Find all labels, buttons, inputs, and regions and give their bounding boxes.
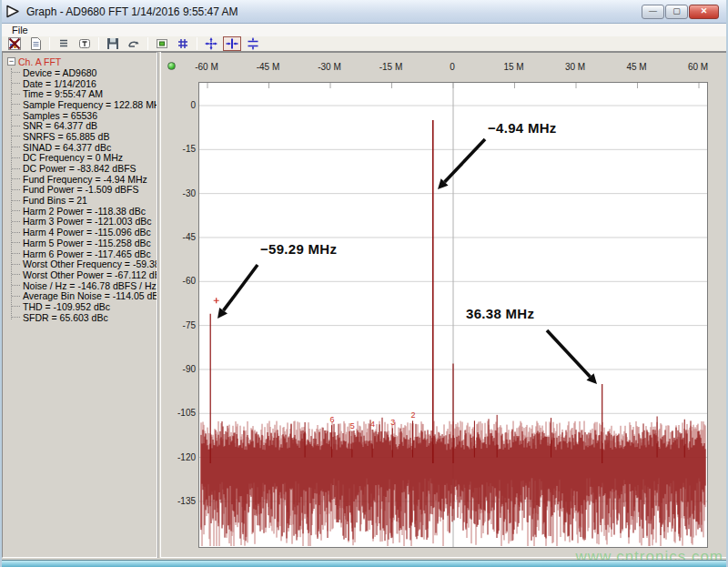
tree-item-label: Fund Power = -1.509 dBFS xyxy=(23,184,139,195)
fit-vertical-icon xyxy=(246,36,260,51)
export-icon xyxy=(126,36,141,51)
tree-guide-line xyxy=(11,68,12,319)
export-button[interactable] xyxy=(125,36,143,51)
tree-branch-line xyxy=(12,274,20,275)
tree-item[interactable]: Harm 5 Power = -115.258 dBc xyxy=(5,238,157,248)
maximize-button[interactable]: ▢ xyxy=(665,5,688,19)
results-tree-panel: −Ch. A FFTDevice = AD9680Date = 1/14/201… xyxy=(2,52,157,558)
tree-branch-line xyxy=(12,115,20,116)
autoscale-button[interactable] xyxy=(202,36,220,51)
tree-branch-line xyxy=(12,296,20,297)
minimize-button[interactable]: — xyxy=(642,5,664,19)
window-bottom-border xyxy=(0,560,728,567)
results-tree: −Ch. A FFTDevice = AD9680Date = 1/14/201… xyxy=(5,56,157,323)
tree-item[interactable]: Samples = 65536 xyxy=(5,110,157,121)
fft-plot-canvas[interactable]: 23456 xyxy=(199,83,707,547)
tree-item[interactable]: Harm 6 Power = -117.465 dBc xyxy=(5,248,157,259)
tree-item[interactable]: Harm 2 Power = -118.38 dBc xyxy=(5,206,157,217)
collapse-icon[interactable]: − xyxy=(7,57,15,66)
tree-branch-line xyxy=(12,136,20,137)
tree-item-label: SFDR = 65.603 dBc xyxy=(23,312,108,323)
tree-item-label: THD = -109.952 dBc xyxy=(23,301,110,312)
peak-annotation: −59.29 MHz xyxy=(260,241,337,257)
tree-branch-line xyxy=(12,253,20,254)
toolbar-separator xyxy=(98,37,99,50)
tree-item-label: Fund Bins = 21 xyxy=(23,195,87,206)
tree-item[interactable]: Date = 1/14/2016 xyxy=(5,78,157,89)
tree-branch-line xyxy=(12,178,20,179)
autoscale-icon xyxy=(204,36,218,51)
window-border xyxy=(0,0,2,567)
tree-item[interactable]: DC Frequency = 0 MHz xyxy=(5,153,157,164)
delete-graph-icon xyxy=(7,36,22,51)
tree-branch-line xyxy=(12,189,20,190)
tree-branch-line xyxy=(12,157,20,158)
tree-branch-line xyxy=(12,72,20,73)
tree-branch-line xyxy=(12,94,20,95)
y-tick-label: 0 xyxy=(163,100,196,110)
tree-item[interactable]: THD = -109.952 dBc xyxy=(5,301,157,312)
menu-file[interactable]: File xyxy=(8,25,32,35)
tree-branch-line xyxy=(12,126,20,127)
tree-item-label: SNRFS = 65.885 dB xyxy=(23,131,109,142)
tree-item-label: Harm 4 Power = -115.096 dBc xyxy=(23,227,151,238)
tree-item[interactable]: SINAD = 64.377 dBc xyxy=(5,142,157,153)
x-tick-label: -60 M xyxy=(195,62,218,73)
tree-item[interactable]: SNR = 64.377 dB xyxy=(5,120,157,131)
tree-item[interactable]: Time = 9:55:47 AM xyxy=(5,88,157,99)
tree-branch-line xyxy=(12,104,20,105)
x-tick-label: 45 M xyxy=(626,62,646,73)
x-tick-label: 15 M xyxy=(503,62,523,73)
tree-item-label: Worst Other Power = -67.112 dBFS xyxy=(23,269,157,280)
y-tick-label: -90 xyxy=(163,364,196,374)
tree-item[interactable]: Fund Power = -1.509 dBFS xyxy=(5,185,157,196)
tree-item-label: Noise / Hz = -146.78 dBFS / Hz xyxy=(23,280,157,291)
tree-item[interactable]: SFDR = 65.603 dBc xyxy=(5,312,157,323)
delete-graph-button[interactable] xyxy=(5,36,24,51)
tree-item[interactable]: Worst Other Power = -67.112 dBFS xyxy=(5,269,157,280)
tree-item[interactable]: DC Power = -83.842 dBFS xyxy=(5,163,157,174)
x-tick-label: 60 M xyxy=(688,62,708,73)
tree-item-label: Time = 9:55:47 AM xyxy=(23,88,103,99)
tree-item[interactable]: Fund Bins = 21 xyxy=(5,195,157,206)
y-tick-label: -135 xyxy=(163,496,196,506)
peak-annotation: 36.38 MHz xyxy=(466,306,534,321)
report-button[interactable] xyxy=(26,36,45,51)
tree-branch-line xyxy=(12,306,20,307)
fft-plot[interactable]: 23456 xyxy=(198,82,708,548)
tree-branch-line xyxy=(12,221,20,222)
peak-annotation: −4.94 MHz xyxy=(488,120,557,136)
tree-item[interactable]: Worst Other Frequency = -59.38 MHz xyxy=(5,258,157,269)
legend-toggle-button[interactable] xyxy=(153,36,171,51)
tree-item[interactable]: Harm 3 Power = -121.003 dBc xyxy=(5,217,157,228)
window-title: Graph - AD9680 FFT 1/14/2016 9:55:47 AM xyxy=(26,5,238,18)
report-icon xyxy=(28,36,43,51)
fit-horizontal-button[interactable] xyxy=(223,36,241,51)
tree-item[interactable]: Noise / Hz = -146.78 dBFS / Hz xyxy=(5,280,157,291)
tree-item-label: Fund Frequency = -4.94 MHz xyxy=(23,174,147,185)
x-tick-label: 30 M xyxy=(565,62,585,73)
toolbar-separator xyxy=(49,37,50,50)
tree-root[interactable]: −Ch. A FFT xyxy=(5,56,157,67)
x-tick-label: -45 M xyxy=(257,62,280,73)
tree-item-label: Sample Frequency = 122.88 MHz xyxy=(23,99,157,110)
tree-item[interactable]: Sample Frequency = 122.88 MHz xyxy=(5,99,157,110)
tree-item[interactable]: Harm 4 Power = -115.096 dBc xyxy=(5,227,157,238)
tree-item[interactable]: Device = AD9680 xyxy=(5,67,157,78)
tree-item[interactable]: Fund Frequency = -4.94 MHz xyxy=(5,174,157,185)
tree-item-label: Harm 3 Power = -121.003 dBc xyxy=(23,216,152,227)
y-tick-label: -30 xyxy=(163,188,196,198)
tree-item[interactable]: Average Bin Noise = -114.05 dBFS xyxy=(5,290,157,301)
x-tick-label: -15 M xyxy=(379,62,403,73)
cursor-label-icon xyxy=(77,36,92,51)
tree-item[interactable]: SNRFS = 65.885 dB xyxy=(5,131,157,142)
close-button[interactable]: ✕ xyxy=(689,5,719,19)
fit-vertical-button[interactable] xyxy=(244,36,262,51)
title-bar[interactable]: Graph - AD9680 FFT 1/14/2016 9:55:47 AM … xyxy=(0,0,728,24)
save-icon xyxy=(106,36,120,51)
list-button[interactable] xyxy=(55,36,73,51)
tree-item-label: Date = 1/14/2016 xyxy=(23,78,96,89)
save-button[interactable] xyxy=(104,36,122,51)
cursor-label-button[interactable] xyxy=(76,36,94,51)
grid-toggle-button[interactable] xyxy=(174,36,192,51)
